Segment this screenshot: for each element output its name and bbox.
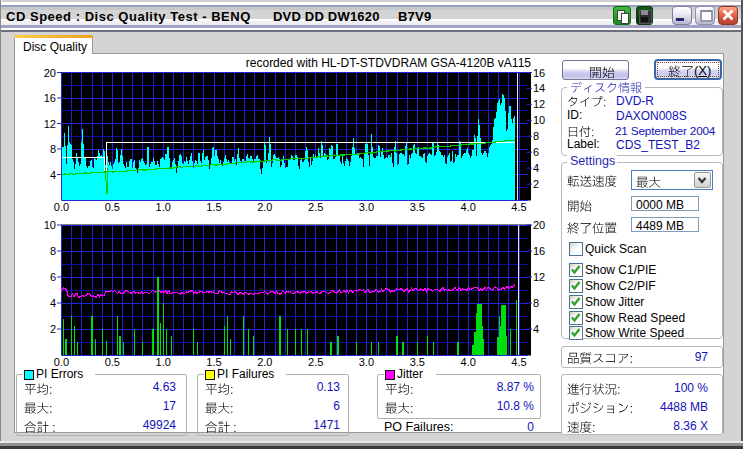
svg-text:3.0: 3.0	[359, 356, 374, 368]
svg-text:1.5: 1.5	[206, 201, 221, 213]
svg-text:16: 16	[533, 67, 545, 79]
svg-text:2.0: 2.0	[257, 201, 272, 213]
svg-text:1.0: 1.0	[156, 356, 171, 368]
svg-text:recorded with HL-DT-STDVDRAM G: recorded with HL-DT-STDVDRAM GSA-4120B v…	[246, 56, 532, 70]
svg-text:2.5: 2.5	[308, 201, 323, 213]
svg-text:0.0: 0.0	[54, 356, 69, 368]
svg-text:14: 14	[533, 82, 545, 94]
svg-text:4.0: 4.0	[461, 201, 476, 213]
svg-text:1.0: 1.0	[156, 201, 171, 213]
svg-text:3.0: 3.0	[359, 201, 374, 213]
svg-text:1.5: 1.5	[206, 356, 221, 368]
svg-text:0.0: 0.0	[54, 201, 69, 213]
svg-text:4: 4	[50, 297, 56, 309]
svg-text:16: 16	[533, 245, 545, 257]
svg-text:6: 6	[50, 271, 56, 283]
svg-text:12: 12	[533, 271, 545, 283]
svg-text:3.5: 3.5	[410, 201, 425, 213]
svg-text:2.5: 2.5	[308, 356, 323, 368]
svg-text:12: 12	[533, 98, 545, 110]
svg-text:4.0: 4.0	[461, 356, 476, 368]
svg-text:8: 8	[533, 297, 539, 309]
svg-text:8: 8	[50, 143, 56, 155]
svg-text:4: 4	[533, 323, 539, 335]
svg-text:2.0: 2.0	[257, 356, 272, 368]
svg-text:4: 4	[533, 162, 539, 174]
svg-text:10: 10	[44, 219, 56, 231]
svg-text:0.5: 0.5	[105, 356, 120, 368]
svg-text:8: 8	[50, 245, 56, 257]
svg-text:4: 4	[50, 169, 56, 181]
svg-text:8: 8	[533, 130, 539, 142]
svg-text:4.5: 4.5	[511, 201, 526, 213]
svg-text:4.5: 4.5	[511, 356, 526, 368]
svg-text:2: 2	[50, 323, 56, 335]
svg-text:0.5: 0.5	[105, 201, 120, 213]
svg-text:20: 20	[533, 219, 545, 231]
svg-text:10: 10	[533, 114, 545, 126]
svg-text:2: 2	[533, 178, 539, 190]
svg-text:20: 20	[44, 67, 56, 79]
svg-text:3.5: 3.5	[410, 356, 425, 368]
svg-text:6: 6	[533, 146, 539, 158]
svg-text:12: 12	[44, 118, 56, 130]
svg-text:16: 16	[44, 92, 56, 104]
